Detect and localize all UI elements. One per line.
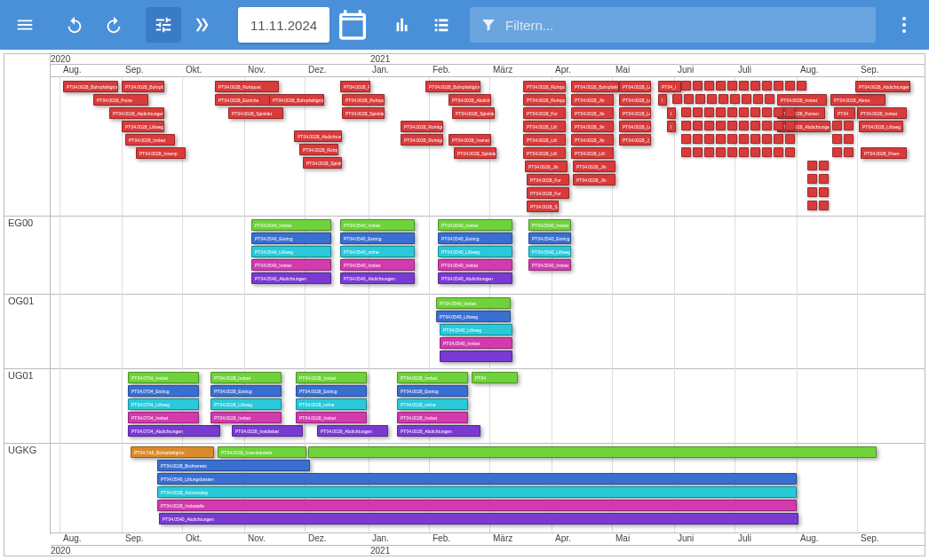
gantt-bar[interactable]: PT04.0540_Estricg [528, 233, 571, 244]
gantt-bar[interactable]: PT04.0028_Innbet [296, 372, 367, 383]
gantt-bar[interactable] [308, 446, 877, 458]
gantt-bar[interactable]: PT04.0028_Brshrerreis [157, 460, 310, 471]
milestone-chip[interactable] [716, 107, 726, 117]
milestone-chip[interactable] [693, 81, 703, 91]
milestone-chip[interactable] [727, 134, 737, 144]
gantt-bar[interactable]: PT04.0704_Liftweg [128, 398, 199, 410]
menu-button[interactable] [7, 7, 43, 43]
milestone-chip[interactable] [716, 147, 726, 157]
gantt-bar[interactable]: PT04.0028_Abdichtungen [855, 81, 910, 92]
gantt-bar[interactable]: PT04.0028_Innbet [210, 412, 282, 423]
gantt-bar[interactable]: PT04.0028_Innenbauteile [218, 446, 306, 458]
milestone-chip[interactable] [807, 187, 817, 197]
date-field[interactable]: 11.11.2024 [238, 7, 330, 43]
gantt-bar[interactable]: PT04.0540_Innbet [340, 219, 415, 231]
gantt-bar[interactable]: PT04 [472, 372, 518, 383]
milestone-chip[interactable] [739, 121, 749, 130]
gantt-bar[interactable]: PT04_I [658, 81, 681, 92]
gantt-bar[interactable]: PT04.0028_Spinkler [342, 107, 385, 119]
gantt-bar[interactable]: PT04.0028_Bohrpfahlgrün [269, 94, 324, 106]
gantt-bar[interactable]: PT04.0028_Lem [619, 94, 651, 106]
milestone-chip[interactable] [707, 94, 717, 104]
gantt-bar[interactable]: PT04.0028_nsfne [296, 398, 367, 410]
gantt-bar[interactable]: PT04.0028_Lem [619, 107, 651, 119]
gantt-bar[interactable]: PT04.0540_Innbet [438, 219, 512, 231]
gantt-bar[interactable]: PT04.0028_Rohrpost [342, 94, 385, 106]
gantt-bar[interactable]: PT04.0028_Abren [830, 94, 885, 106]
milestone-chip[interactable] [762, 147, 772, 157]
stats-button[interactable] [385, 7, 420, 43]
milestone-chip[interactable] [797, 81, 806, 91]
milestone-chip[interactable] [716, 134, 726, 144]
milestone-chip[interactable] [807, 174, 817, 184]
milestone-chip[interactable] [719, 94, 728, 104]
gantt-bar[interactable]: I [667, 107, 676, 119]
gantt-bar[interactable]: PT04.0540_Innbet [528, 219, 571, 231]
gantt-bar[interactable]: PT04.0028_Abdichtungen [294, 130, 342, 142]
gantt-bar[interactable]: PT04.0028_Bohrpfahlgrün [425, 81, 480, 92]
gantt-grid[interactable]: PT04.0028_BohrpfahlgrünPT04.0028_Bohrpfa… [51, 77, 925, 532]
milestone-chip[interactable] [807, 161, 817, 170]
gantt-bar[interactable]: PT04.0028_Rohrpost [523, 94, 566, 106]
milestone-chip[interactable] [716, 81, 726, 91]
gantt-bar[interactable]: PT04.0540_Innbet [251, 219, 331, 231]
gantt-bar[interactable]: PT04.0028_Jln [573, 174, 615, 185]
gantt-bar[interactable]: PT04.0028_Putze [93, 94, 148, 106]
milestone-chip[interactable] [785, 81, 795, 91]
milestone-chip[interactable] [684, 94, 694, 104]
milestone-chip[interactable] [785, 147, 795, 157]
gantt-bar[interactable]: PT04.0028_Innbet [857, 107, 907, 119]
gantt-bar[interactable]: PT04.0028_For [527, 187, 569, 199]
milestone-chip[interactable] [681, 121, 691, 130]
gantt-bar[interactable]: PT04.0028_Lift [523, 134, 566, 146]
gantt-bar[interactable]: PT04.0028_Innidiebet [232, 425, 303, 437]
struct-view-button[interactable] [185, 7, 220, 43]
gantt-bar[interactable]: PT04.0028_For [523, 107, 566, 119]
gantt-bar[interactable]: PT04.0028_Rohrlge [401, 134, 443, 146]
undo-button[interactable] [57, 7, 92, 43]
milestone-chip[interactable] [762, 134, 772, 144]
gantt-bar[interactable]: PT04.0704_Abdichtungen [128, 425, 220, 437]
gantt-bar[interactable]: PT04.0704_Innbet [128, 412, 199, 423]
gantt-bar[interactable]: PT04.0028_Liftweg [859, 121, 903, 132]
milestone-chip[interactable] [774, 81, 783, 91]
gantt-bar[interactable]: PT04.0028_Innbet [397, 372, 468, 383]
gantt-bar[interactable]: PT04.0540_Abdichtungen [438, 272, 512, 284]
milestone-chip[interactable] [844, 147, 854, 157]
milestone-chip[interactable] [832, 121, 842, 130]
gantt-bar[interactable]: PT04.0028_Antrsandeg [157, 486, 797, 498]
gantt-bar[interactable]: PT04.0028_Innbet [210, 372, 282, 383]
milestone-chip[interactable] [739, 134, 749, 144]
gantt-bar[interactable]: PT04.0028_Abdichtungen [109, 107, 164, 119]
milestone-chip[interactable] [750, 121, 760, 130]
gantt-bar[interactable]: PT04.0028_Estricg [210, 385, 282, 397]
milestone-chip[interactable] [727, 81, 737, 91]
milestone-chip[interactable] [704, 81, 714, 91]
gantt-bar[interactable]: PT04.0540_Innbet [251, 259, 331, 271]
milestone-chip[interactable] [742, 94, 751, 104]
milestone-chip[interactable] [727, 147, 737, 157]
milestone-chip[interactable] [739, 107, 749, 117]
gantt-bar[interactable]: PT04.0028_Estricg [296, 385, 367, 397]
gantt-bar[interactable]: PT04.0028_J_n [619, 134, 651, 146]
gantt-bar[interactable]: PT04.0028_Estricg [397, 385, 468, 397]
gantt-bar[interactable]: PT04.0028_Jln [571, 107, 614, 119]
gantt-bar[interactable]: PT04.0028_Spinkler [452, 107, 495, 119]
gantt-bar[interactable]: PT04.0540_Liftweg [251, 246, 331, 257]
gantt-bar[interactable]: PT04.0028_Flsen [861, 147, 907, 159]
gantt-bar[interactable]: PT04.0028_Innbet [296, 412, 367, 423]
gantt-bar[interactable]: PT04.0028_Jln [571, 134, 614, 146]
milestone-chip[interactable] [832, 134, 842, 144]
gantt-bar[interactable]: PT04.0028_Jln [571, 94, 614, 106]
filter-input[interactable] [505, 18, 865, 33]
gantt-bar[interactable]: PT04.0540_Innbet [436, 297, 511, 309]
gantt-bar[interactable]: PT04.0540_Estricg [340, 233, 415, 244]
gantt-bar[interactable]: PT04.0028_Spinkler [228, 107, 283, 119]
milestone-chip[interactable] [774, 107, 783, 117]
gantt-bar[interactable]: PT04.0028_Liftweg [122, 121, 164, 132]
gantt-bar[interactable]: PT04.0028_Innbeteile [157, 500, 797, 511]
gantt-bar[interactable]: PT04.7A8_Bohrpfahlgrün [131, 446, 214, 458]
milestone-chip[interactable] [704, 134, 714, 144]
gantt-bar[interactable]: PT04.0028_Lift [523, 121, 566, 132]
gantt-bar[interactable]: PT04.0540_Liftweg [436, 311, 511, 322]
